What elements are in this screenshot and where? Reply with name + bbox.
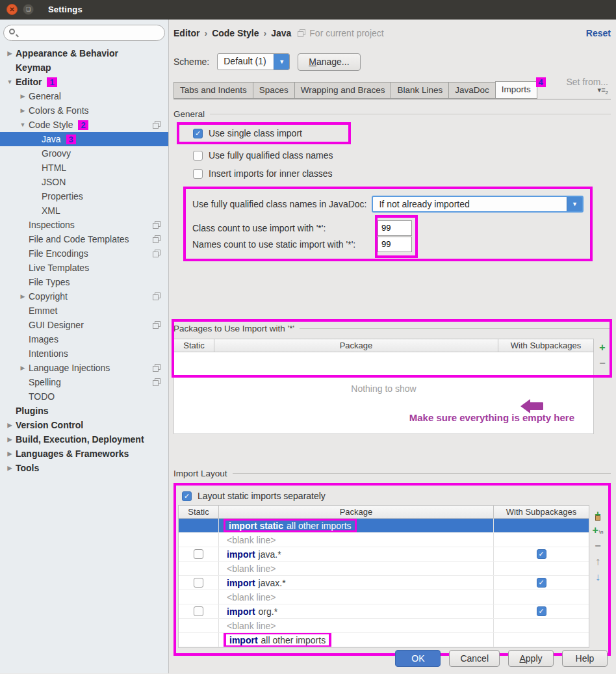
javadoc-combobox[interactable]: If not already imported ▼ [372, 196, 584, 213]
cell-package[interactable]: <blank line> [219, 619, 494, 632]
column-header-with-subpackages[interactable]: With Subpackages [494, 506, 589, 518]
layout-row-blank-line[interactable]: <blank line> [179, 533, 589, 547]
checkbox-checked-icon[interactable]: ✓ [193, 129, 203, 138]
ok-button[interactable]: OK [395, 650, 441, 667]
apply-button[interactable]: Apply [508, 650, 554, 667]
checkbox-use-single-class-import[interactable]: ✓ Use single class import [193, 126, 344, 140]
checkbox-use-fully-qualified-names[interactable]: Use fully qualified class names [193, 148, 611, 162]
cell-package[interactable]: <blank line> [219, 562, 494, 575]
tab-imports[interactable]: Imports4 [495, 81, 537, 99]
breadcrumb-item-code-style[interactable]: Code Style [212, 28, 259, 38]
tab-wrapping-and-braces[interactable]: Wrapping and Braces [294, 82, 391, 99]
cell-with-subpackages[interactable]: ✓ [494, 547, 589, 561]
sidebar-item-spelling[interactable]: Spelling [0, 375, 168, 389]
cell-with-subpackages[interactable]: ✓ [494, 576, 589, 590]
checkbox-checked-icon[interactable]: ✓ [182, 491, 192, 501]
remove-icon[interactable]: − [595, 538, 600, 554]
breadcrumb-item-editor[interactable]: Editor [173, 28, 199, 38]
sidebar-item-code-style[interactable]: ▼Code Style2 [0, 118, 168, 132]
add-package-icon[interactable]: + [595, 507, 600, 523]
chevron-expanded-icon[interactable]: ▼ [4, 79, 16, 85]
sidebar-item-inspections[interactable]: Inspections [0, 218, 168, 232]
sidebar-item-intentions[interactable]: Intentions [0, 346, 168, 361]
cell-package[interactable]: importorg.* [219, 604, 494, 618]
chevron-collapsed-icon[interactable]: ▶ [4, 436, 16, 443]
checkbox-layout-static-imports[interactable]: ✓ Layout static imports separately [178, 488, 606, 504]
move-down-icon[interactable]: ↓ [595, 569, 600, 585]
column-header-package[interactable]: Package [214, 339, 498, 352]
sidebar-item-images[interactable]: Images [0, 332, 168, 346]
cell-with-subpackages[interactable] [494, 519, 589, 532]
cell-package[interactable]: importall other imports [219, 633, 494, 647]
checkbox-unchecked-icon[interactable] [193, 169, 203, 179]
cell-with-subpackages[interactable] [494, 590, 589, 604]
column-header-static[interactable]: Static [179, 506, 219, 518]
remove-icon[interactable]: − [599, 356, 605, 371]
chevron-collapsed-icon[interactable]: ▶ [4, 450, 16, 457]
cell-static[interactable] [179, 562, 219, 575]
sidebar-item-build-execution-deployment[interactable]: ▶Build, Execution, Deployment [0, 432, 168, 447]
sidebar-item-general[interactable]: ▶General [0, 89, 168, 103]
layout-row-blank-line[interactable]: <blank line> [179, 562, 589, 576]
sidebar-item-groovy[interactable]: Groovy [0, 146, 168, 161]
chevron-collapsed-icon[interactable]: ▶ [4, 422, 16, 428]
sidebar-item-languages-frameworks[interactable]: ▶Languages & Frameworks [0, 447, 168, 461]
sidebar-item-gui-designer[interactable]: GUI Designer [0, 318, 168, 332]
checkbox-insert-imports-inner-classes[interactable]: Insert imports for inner classes [193, 166, 611, 181]
cell-static[interactable] [179, 604, 219, 618]
sidebar-item-html[interactable]: HTML [0, 161, 168, 175]
checkbox-unchecked-icon[interactable] [194, 606, 203, 616]
add-blank-line-icon[interactable]: +\n [592, 523, 603, 538]
cell-with-subpackages[interactable] [494, 619, 589, 632]
cell-static[interactable] [179, 547, 219, 561]
chevron-down-icon[interactable]: ▼ [274, 54, 289, 70]
cell-package[interactable]: importjava.* [219, 547, 494, 561]
checkbox-checked-icon[interactable]: ✓ [537, 606, 546, 616]
sidebar-item-live-templates[interactable]: Live Templates [0, 261, 168, 275]
tab-tabs-and-indents[interactable]: Tabs and Indents [173, 82, 253, 99]
chevron-collapsed-icon[interactable]: ▶ [17, 107, 29, 114]
cell-static[interactable] [179, 619, 219, 632]
scheme-combobox[interactable]: Default (1) ▼ [217, 53, 290, 70]
layout-row-import-all-other-imports[interactable]: importall other imports [179, 633, 589, 647]
sidebar-item-editor[interactable]: ▼Editor1 [0, 75, 168, 89]
checkbox-checked-icon[interactable]: ✓ [537, 578, 546, 588]
layout-row-import-java[interactable]: importjava.*✓ [179, 547, 589, 562]
chevron-collapsed-icon[interactable]: ▶ [17, 293, 29, 300]
chevron-collapsed-icon[interactable]: ▶ [17, 365, 29, 371]
cell-with-subpackages[interactable] [494, 533, 589, 547]
tab-javadoc[interactable]: JavaDoc [448, 82, 495, 99]
cell-with-subpackages[interactable]: ✓ [494, 604, 589, 618]
layout-row-import-org[interactable]: importorg.*✓ [179, 604, 589, 619]
column-header-with-subpackages[interactable]: With Subpackages [498, 339, 593, 352]
sidebar-item-properties[interactable]: Properties [0, 189, 168, 203]
cell-static[interactable] [179, 633, 219, 647]
reset-link[interactable]: Reset [586, 28, 611, 38]
layout-row-blank-line[interactable]: <blank line> [179, 619, 589, 633]
tab-list-icon[interactable]: ▾≡2 [598, 86, 608, 99]
sidebar-item-json[interactable]: JSON [0, 175, 168, 189]
cell-static[interactable] [179, 576, 219, 590]
sidebar-item-plugins[interactable]: Plugins [0, 404, 168, 418]
add-icon[interactable]: + [599, 340, 605, 356]
layout-row-import-static-all-other-imports[interactable]: import staticall other imports [179, 519, 589, 533]
cell-with-subpackages[interactable] [494, 633, 589, 647]
chevron-collapsed-icon[interactable]: ▶ [4, 465, 16, 471]
layout-row-import-javax[interactable]: importjavax.*✓ [179, 576, 589, 590]
cell-package[interactable]: import staticall other imports [219, 519, 494, 532]
cell-static[interactable] [179, 519, 219, 532]
class-count-input[interactable] [378, 220, 412, 236]
checkbox-checked-icon[interactable]: ✓ [537, 549, 546, 559]
checkbox-unchecked-icon[interactable] [194, 578, 203, 588]
close-window-icon[interactable]: ✕ [6, 4, 18, 15]
chevron-down-icon[interactable]: ▼ [567, 197, 582, 211]
sidebar-item-file-encodings[interactable]: File Encodings [0, 246, 168, 261]
sidebar-item-emmet[interactable]: Emmet [0, 304, 168, 318]
move-up-icon[interactable]: ↑ [595, 554, 600, 569]
sidebar-item-keymap[interactable]: Keymap [0, 60, 168, 75]
sidebar-item-xml[interactable]: XML [0, 203, 168, 218]
cell-package[interactable]: importjavax.* [219, 576, 494, 590]
help-button[interactable]: Help [562, 650, 608, 667]
cell-package[interactable]: <blank line> [219, 533, 494, 547]
sidebar-item-file-and-code-templates[interactable]: File and Code Templates [0, 232, 168, 246]
